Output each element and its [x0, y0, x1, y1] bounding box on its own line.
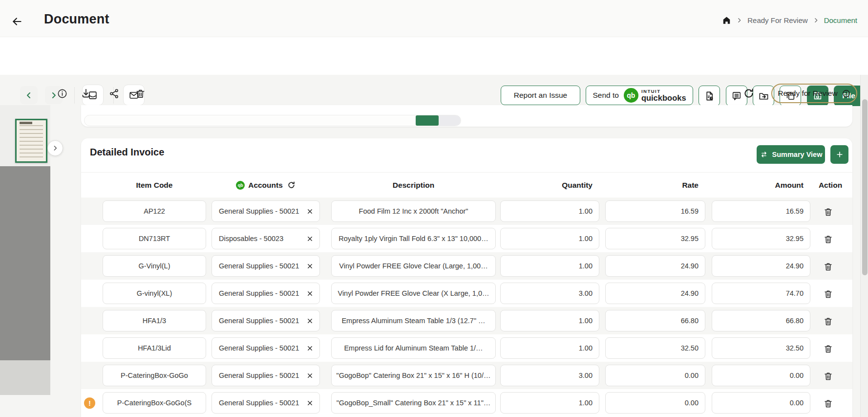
breadcrumb: Ready For Review Document	[722, 14, 857, 26]
page-thumbnail[interactable]	[15, 119, 47, 163]
account-select[interactable]: Disposables - 50023	[212, 228, 320, 249]
amount-input[interactable]	[712, 392, 810, 414]
refresh-accounts-button[interactable]	[287, 181, 296, 189]
amount-input[interactable]	[712, 365, 810, 386]
description-input[interactable]	[331, 365, 496, 386]
add-line-item-button[interactable]	[830, 145, 848, 164]
quantity-input[interactable]	[500, 337, 599, 359]
description-input[interactable]	[331, 337, 496, 359]
delete-row-button[interactable]	[822, 397, 834, 410]
report-issue-button[interactable]: Report an Issue	[501, 86, 580, 105]
description-input[interactable]	[331, 255, 496, 277]
quantity-input[interactable]	[500, 310, 599, 331]
description-input[interactable]	[331, 228, 496, 249]
previous-document-button[interactable]	[20, 86, 38, 104]
rate-input[interactable]	[605, 365, 705, 386]
description-input[interactable]	[331, 392, 496, 414]
share-icon	[108, 88, 120, 99]
account-select[interactable]: General Supplies - 50021	[212, 337, 320, 359]
amount-input[interactable]	[712, 337, 810, 359]
status-label: Ready for Review	[778, 89, 837, 98]
delete-row-button[interactable]	[822, 260, 834, 273]
home-icon[interactable]	[722, 16, 731, 25]
download-button[interactable]	[80, 88, 92, 99]
account-value: General Supplies - 50021	[219, 399, 305, 407]
rate-input[interactable]	[605, 200, 705, 222]
trash-icon	[823, 398, 833, 409]
account-select[interactable]: General Supplies - 50021	[212, 392, 320, 414]
rate-input[interactable]	[605, 228, 705, 249]
rate-input[interactable]	[605, 310, 705, 331]
expand-panel-button[interactable]	[47, 140, 63, 156]
clear-account-button[interactable]	[305, 398, 315, 408]
document-alert-button[interactable]: !	[699, 86, 720, 106]
description-input[interactable]	[331, 310, 496, 331]
trash-icon	[823, 289, 833, 299]
account-select[interactable]: General Supplies - 50021	[212, 365, 320, 386]
breadcrumb-ready-for-review[interactable]: Ready For Review	[747, 16, 807, 24]
amount-input[interactable]	[712, 228, 810, 249]
account-select[interactable]: General Supplies - 50021	[212, 310, 320, 331]
amount-input[interactable]	[712, 310, 810, 331]
amount-input[interactable]	[712, 283, 810, 304]
item-code-input[interactable]	[103, 365, 206, 386]
item-code-input[interactable]	[103, 337, 206, 359]
item-code-input[interactable]	[103, 200, 206, 222]
status-badge[interactable]: Ready for Review	[771, 84, 857, 103]
invoice-card-header: Detailed Invoice Summary View	[81, 138, 852, 173]
delete-row-button[interactable]	[822, 233, 834, 245]
delete-row-button[interactable]	[822, 205, 834, 218]
rate-input[interactable]	[605, 283, 705, 304]
clear-account-button[interactable]	[305, 371, 315, 380]
delete-row-button[interactable]	[822, 342, 834, 355]
refresh-button[interactable]	[743, 88, 755, 99]
rate-input[interactable]	[605, 337, 705, 359]
amount-input[interactable]	[712, 200, 810, 222]
column-header-description: Description	[331, 173, 496, 198]
quantity-input[interactable]	[500, 365, 599, 386]
account-select[interactable]: General Supplies - 50021	[212, 200, 320, 222]
quantity-input[interactable]	[500, 392, 599, 414]
clear-account-button[interactable]	[305, 234, 315, 243]
quantity-input[interactable]	[500, 255, 599, 277]
send-to-quickbooks-button[interactable]: Send to qb INTUIT quickbooks	[586, 86, 693, 105]
description-input[interactable]	[331, 283, 496, 304]
rate-input[interactable]	[605, 392, 705, 414]
item-code-input[interactable]	[103, 228, 206, 249]
document-info-button[interactable]	[56, 88, 68, 99]
delete-document-button[interactable]	[134, 88, 146, 99]
account-select[interactable]: General Supplies - 50021	[212, 283, 320, 304]
item-code-input[interactable]	[103, 255, 206, 277]
item-code-input[interactable]	[103, 392, 206, 414]
horizontal-scrollbar[interactable]	[84, 115, 461, 126]
summary-view-button[interactable]: Summary View	[757, 145, 825, 164]
delete-row-button[interactable]	[822, 315, 834, 328]
clear-account-button[interactable]	[305, 344, 315, 353]
close-icon	[306, 208, 314, 215]
clear-account-button[interactable]	[305, 207, 315, 216]
app-header: Document Ready For Review Document	[0, 0, 868, 37]
clear-account-button[interactable]	[305, 289, 315, 298]
vertical-scrollbar[interactable]	[860, 75, 868, 417]
back-arrow-icon	[11, 15, 23, 28]
info-icon	[57, 88, 68, 99]
share-button[interactable]	[108, 88, 120, 99]
clear-account-button[interactable]	[305, 316, 315, 326]
move-to-folder-button[interactable]	[753, 86, 774, 106]
description-input[interactable]	[331, 200, 496, 222]
back-button[interactable]	[9, 13, 25, 30]
quantity-input[interactable]	[500, 200, 599, 222]
delete-row-button[interactable]	[822, 370, 834, 382]
rate-input[interactable]	[605, 255, 705, 277]
amount-input[interactable]	[712, 255, 810, 277]
account-select[interactable]: General Supplies - 50021	[212, 255, 320, 277]
quantity-input[interactable]	[500, 228, 599, 249]
refresh-icon	[287, 181, 296, 189]
clear-account-button[interactable]	[305, 262, 315, 271]
item-code-input[interactable]	[103, 283, 206, 304]
quantity-input[interactable]	[500, 283, 599, 304]
vertical-scrollbar-thumb[interactable]	[862, 99, 868, 275]
delete-row-button[interactable]	[822, 287, 834, 300]
item-code-input[interactable]	[103, 310, 206, 331]
horizontal-scrollbar-thumb[interactable]	[416, 115, 439, 126]
